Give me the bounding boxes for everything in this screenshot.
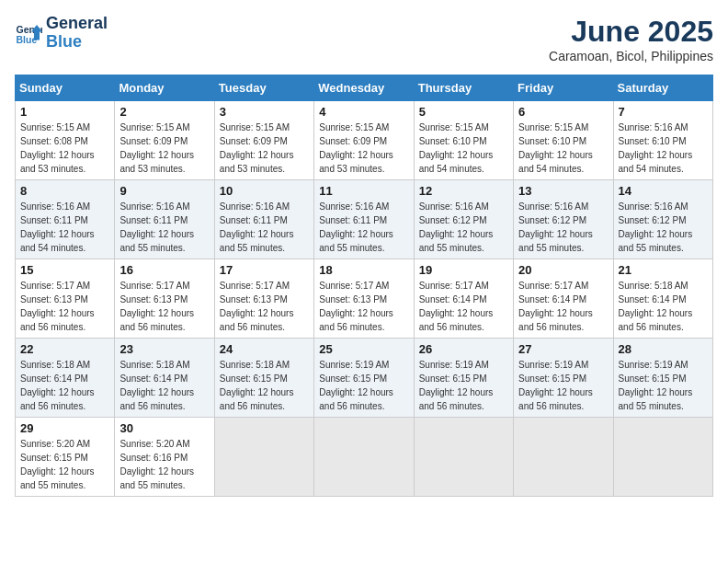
day-of-week-header: Thursday <box>414 75 513 101</box>
day-number: 29 <box>20 421 109 435</box>
calendar-cell <box>514 418 613 497</box>
day-number: 23 <box>119 342 209 356</box>
day-info: Sunrise: 5:19 AM Sunset: 6:15 PM Dayligh… <box>419 358 508 413</box>
day-info: Sunrise: 5:17 AM Sunset: 6:14 PM Dayligh… <box>419 279 508 334</box>
day-of-week-header: Wednesday <box>314 75 414 101</box>
day-info: Sunrise: 5:17 AM Sunset: 6:13 PM Dayligh… <box>20 279 109 334</box>
month-year-title: June 2025 <box>549 15 713 49</box>
calendar-table: SundayMondayTuesdayWednesdayThursdayFrid… <box>15 75 713 497</box>
day-info: Sunrise: 5:16 AM Sunset: 6:12 PM Dayligh… <box>619 200 708 255</box>
day-info: Sunrise: 5:15 AM Sunset: 6:10 PM Dayligh… <box>419 121 508 176</box>
day-number: 25 <box>319 342 408 356</box>
logo-text-blue: Blue <box>46 33 108 52</box>
calendar-cell: 7 Sunrise: 5:16 AM Sunset: 6:10 PM Dayli… <box>613 101 712 180</box>
day-info: Sunrise: 5:18 AM Sunset: 6:14 PM Dayligh… <box>119 358 209 413</box>
day-info: Sunrise: 5:15 AM Sunset: 6:10 PM Dayligh… <box>518 121 608 176</box>
calendar-cell: 29 Sunrise: 5:20 AM Sunset: 6:15 PM Dayl… <box>16 418 115 497</box>
day-info: Sunrise: 5:15 AM Sunset: 6:09 PM Dayligh… <box>319 121 408 176</box>
day-number: 18 <box>319 263 408 277</box>
day-number: 13 <box>518 184 608 198</box>
title-block: June 2025 Caramoan, Bicol, Philippines <box>549 15 713 63</box>
day-info: Sunrise: 5:20 AM Sunset: 6:16 PM Dayligh… <box>119 437 209 492</box>
calendar-cell: 2 Sunrise: 5:15 AM Sunset: 6:09 PM Dayli… <box>115 101 214 180</box>
day-number: 6 <box>518 105 608 119</box>
day-info: Sunrise: 5:17 AM Sunset: 6:14 PM Dayligh… <box>518 279 608 334</box>
calendar-cell: 9 Sunrise: 5:16 AM Sunset: 6:11 PM Dayli… <box>115 180 214 259</box>
calendar-cell <box>613 418 712 497</box>
day-info: Sunrise: 5:18 AM Sunset: 6:15 PM Dayligh… <box>220 358 309 413</box>
calendar-cell: 17 Sunrise: 5:17 AM Sunset: 6:13 PM Dayl… <box>214 259 313 339</box>
day-info: Sunrise: 5:17 AM Sunset: 6:13 PM Dayligh… <box>119 279 209 334</box>
calendar-week-row: 15 Sunrise: 5:17 AM Sunset: 6:13 PM Dayl… <box>16 259 713 339</box>
calendar-cell: 30 Sunrise: 5:20 AM Sunset: 6:16 PM Dayl… <box>115 418 214 497</box>
calendar-cell <box>414 418 513 497</box>
day-info: Sunrise: 5:15 AM Sunset: 6:09 PM Dayligh… <box>220 121 309 176</box>
calendar-cell <box>314 418 414 497</box>
day-number: 4 <box>319 105 408 119</box>
day-info: Sunrise: 5:18 AM Sunset: 6:14 PM Dayligh… <box>20 358 109 413</box>
day-info: Sunrise: 5:16 AM Sunset: 6:11 PM Dayligh… <box>319 200 408 255</box>
calendar-cell: 10 Sunrise: 5:16 AM Sunset: 6:11 PM Dayl… <box>214 180 313 259</box>
day-number: 8 <box>20 184 109 198</box>
calendar-week-row: 8 Sunrise: 5:16 AM Sunset: 6:11 PM Dayli… <box>16 180 713 259</box>
logo-icon: General Blue <box>15 19 42 47</box>
page-header: General Blue General Blue June 2025 Cara… <box>15 15 713 63</box>
day-number: 11 <box>319 184 408 198</box>
day-number: 9 <box>119 184 209 198</box>
calendar-cell: 27 Sunrise: 5:19 AM Sunset: 6:15 PM Dayl… <box>514 339 613 418</box>
day-info: Sunrise: 5:17 AM Sunset: 6:13 PM Dayligh… <box>220 279 309 334</box>
day-number: 5 <box>419 105 508 119</box>
day-number: 26 <box>419 342 508 356</box>
calendar-cell: 20 Sunrise: 5:17 AM Sunset: 6:14 PM Dayl… <box>514 259 613 339</box>
calendar-cell: 8 Sunrise: 5:16 AM Sunset: 6:11 PM Dayli… <box>16 180 115 259</box>
day-info: Sunrise: 5:16 AM Sunset: 6:12 PM Dayligh… <box>419 200 508 255</box>
day-number: 22 <box>20 342 109 356</box>
day-number: 20 <box>518 263 608 277</box>
day-info: Sunrise: 5:15 AM Sunset: 6:09 PM Dayligh… <box>119 121 209 176</box>
calendar-cell: 19 Sunrise: 5:17 AM Sunset: 6:14 PM Dayl… <box>414 259 513 339</box>
day-number: 12 <box>419 184 508 198</box>
day-number: 10 <box>220 184 309 198</box>
day-number: 15 <box>20 263 109 277</box>
day-info: Sunrise: 5:20 AM Sunset: 6:15 PM Dayligh… <box>20 437 109 492</box>
day-info: Sunrise: 5:19 AM Sunset: 6:15 PM Dayligh… <box>319 358 408 413</box>
day-of-week-header: Saturday <box>613 75 712 101</box>
day-number: 7 <box>619 105 708 119</box>
calendar-cell: 26 Sunrise: 5:19 AM Sunset: 6:15 PM Dayl… <box>414 339 513 418</box>
day-info: Sunrise: 5:16 AM Sunset: 6:11 PM Dayligh… <box>119 200 209 255</box>
calendar-week-row: 1 Sunrise: 5:15 AM Sunset: 6:08 PM Dayli… <box>16 101 713 180</box>
calendar-cell: 4 Sunrise: 5:15 AM Sunset: 6:09 PM Dayli… <box>314 101 414 180</box>
day-number: 17 <box>220 263 309 277</box>
calendar-cell: 21 Sunrise: 5:18 AM Sunset: 6:14 PM Dayl… <box>613 259 712 339</box>
day-info: Sunrise: 5:16 AM Sunset: 6:12 PM Dayligh… <box>518 200 608 255</box>
calendar-cell: 3 Sunrise: 5:15 AM Sunset: 6:09 PM Dayli… <box>214 101 313 180</box>
calendar-cell <box>214 418 313 497</box>
day-info: Sunrise: 5:16 AM Sunset: 6:10 PM Dayligh… <box>619 121 708 176</box>
calendar-week-row: 22 Sunrise: 5:18 AM Sunset: 6:14 PM Dayl… <box>16 339 713 418</box>
day-of-week-header: Sunday <box>16 75 115 101</box>
day-info: Sunrise: 5:19 AM Sunset: 6:15 PM Dayligh… <box>619 358 708 413</box>
location-subtitle: Caramoan, Bicol, Philippines <box>549 49 713 63</box>
calendar-cell: 23 Sunrise: 5:18 AM Sunset: 6:14 PM Dayl… <box>115 339 214 418</box>
logo-text-general: General <box>46 15 108 33</box>
logo: General Blue General Blue <box>15 15 108 52</box>
calendar-week-row: 29 Sunrise: 5:20 AM Sunset: 6:15 PM Dayl… <box>16 418 713 497</box>
day-number: 1 <box>20 105 109 119</box>
day-info: Sunrise: 5:18 AM Sunset: 6:14 PM Dayligh… <box>619 279 708 334</box>
day-info: Sunrise: 5:19 AM Sunset: 6:15 PM Dayligh… <box>518 358 608 413</box>
day-number: 24 <box>220 342 309 356</box>
calendar-cell: 25 Sunrise: 5:19 AM Sunset: 6:15 PM Dayl… <box>314 339 414 418</box>
calendar-cell: 1 Sunrise: 5:15 AM Sunset: 6:08 PM Dayli… <box>16 101 115 180</box>
day-info: Sunrise: 5:16 AM Sunset: 6:11 PM Dayligh… <box>220 200 309 255</box>
day-number: 19 <box>419 263 508 277</box>
day-number: 27 <box>518 342 608 356</box>
svg-text:Blue: Blue <box>17 33 38 44</box>
day-number: 16 <box>119 263 209 277</box>
calendar-cell: 6 Sunrise: 5:15 AM Sunset: 6:10 PM Dayli… <box>514 101 613 180</box>
day-number: 28 <box>619 342 708 356</box>
calendar-cell: 12 Sunrise: 5:16 AM Sunset: 6:12 PM Dayl… <box>414 180 513 259</box>
day-info: Sunrise: 5:16 AM Sunset: 6:11 PM Dayligh… <box>20 200 109 255</box>
calendar-cell: 5 Sunrise: 5:15 AM Sunset: 6:10 PM Dayli… <box>414 101 513 180</box>
day-number: 3 <box>220 105 309 119</box>
calendar-cell: 15 Sunrise: 5:17 AM Sunset: 6:13 PM Dayl… <box>16 259 115 339</box>
